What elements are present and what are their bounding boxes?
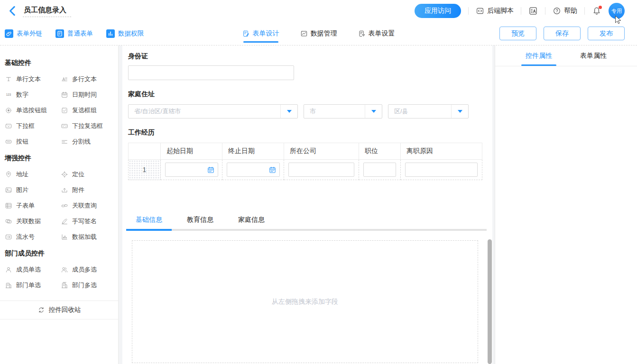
field-work-experience[interactable]: 工作经历 起始日期终止日期所在公司职位离职原因 1 [128, 128, 487, 180]
tab-form-design[interactable]: 表单设计 [242, 22, 279, 45]
avatar[interactable]: 专用 [609, 3, 625, 19]
end-date-cell [222, 160, 284, 180]
sidebar-item-label: 手写签名 [72, 217, 97, 226]
save-button[interactable]: 保存 [544, 27, 581, 40]
widget-recycle-bin[interactable]: 控件回收站 [0, 300, 118, 319]
publish-button[interactable]: 发布 [588, 27, 625, 40]
sidebar-item-image[interactable]: 图片 [5, 182, 61, 198]
dept-single-icon [5, 282, 12, 289]
end-date-picker[interactable] [227, 163, 280, 177]
sidebar-item-dropdown-multi[interactable]: 下拉复选框 [61, 118, 117, 134]
sidebar-item-address[interactable]: 地址 [5, 166, 61, 182]
sidebar-item-locate[interactable]: 定位 [61, 166, 117, 182]
canvas-tab-family-info[interactable]: 家庭信息 [229, 211, 274, 229]
calendar-icon[interactable] [268, 166, 277, 174]
tab-form-settings[interactable]: 表单设置 [358, 22, 395, 45]
sidebar-item-member-multi[interactable]: 成员多选 [61, 262, 117, 277]
separator [468, 7, 469, 15]
city-select[interactable]: 市 [304, 104, 382, 118]
sidebar-item-button[interactable]: 按钮 [5, 134, 61, 149]
sidebar-group: 基础控件单行文本多行文本123数字日期时间单选按钮组复选框组下拉框下拉复选框按钮… [0, 59, 118, 149]
sidebar-item-label: 地址 [16, 170, 28, 179]
position-input[interactable] [363, 163, 396, 177]
app-access-button[interactable]: 应用访问 [415, 4, 461, 18]
row-index-cell[interactable]: 1 [129, 160, 161, 180]
sidebar-item-number[interactable]: 123数字 [5, 87, 61, 102]
subform-column-header: 离职原因 [401, 143, 482, 160]
field-label: 身份证 [128, 52, 487, 61]
company-cell [284, 160, 359, 180]
sidebar-item-member-single[interactable]: 成员单选 [5, 262, 61, 277]
canvas-tab-bar: 基础信息教育信息家庭信息 [126, 211, 487, 231]
recycle-icon [37, 306, 45, 314]
province-select[interactable]: 省/自治区/直辖市 [128, 104, 298, 118]
sidebar-item-subform[interactable]: 子表单 [5, 198, 61, 213]
sidebar-item-divider[interactable]: 分割线 [61, 134, 117, 149]
sidebar-item-checkbox-group[interactable]: 复选框组 [61, 102, 117, 118]
sidebar-item-linked-query[interactable]: 关联查询 [61, 198, 117, 213]
toolbar-item-form-external-link[interactable]: 表单外链 [5, 29, 42, 38]
sidebar-item-datetime[interactable]: 日期时间 [61, 87, 117, 102]
toolbar-tabs: 表单设计数据管理表单设置 [242, 22, 395, 45]
sidebar-group-grid: 成员单选成员多选部门单选部门多选 [5, 262, 118, 293]
canvas-tab-basic-info[interactable]: 基础信息 [126, 211, 172, 229]
sidebar-item-dropdown[interactable]: 下拉框 [5, 118, 61, 134]
dropdown-multi-icon [61, 122, 68, 130]
toolbar-item-normal-form[interactable]: 普通表单 [55, 29, 93, 38]
notification-button[interactable] [592, 6, 601, 16]
address-icon [5, 171, 12, 178]
tab-label: 表单设置 [369, 29, 395, 38]
backend-script-label: 后端脚本 [487, 7, 514, 15]
back-button[interactable] [7, 5, 19, 17]
member-multi-icon [61, 266, 68, 273]
canvas-dropzone[interactable]: 从左侧拖拽来添加字段 [132, 240, 478, 363]
data-load-icon [61, 233, 68, 241]
sidebar-item-linked-data[interactable]: 关联数据 [5, 213, 61, 229]
panel-tab-form-props[interactable]: 表单属性 [566, 46, 621, 66]
sidebar-group-title: 增强控件 [5, 154, 118, 163]
subform-header-row: 起始日期终止日期所在公司职位离职原因 [129, 143, 482, 160]
panel-tab-widget-props[interactable]: 控件属性 [512, 46, 566, 66]
field-id-card[interactable]: 身份证 [128, 52, 487, 80]
sidebar-item-dept-multi[interactable]: 部门多选 [61, 277, 117, 293]
language-icon[interactable] [528, 6, 538, 16]
sidebar-item-multi-line-text[interactable]: 多行文本 [61, 71, 117, 87]
document-icon [55, 29, 64, 38]
sidebar-item-dept-single[interactable]: 部门单选 [5, 277, 61, 293]
sidebar-item-data-load[interactable]: 数据加载 [61, 229, 117, 245]
sidebar-item-label: 日期时间 [72, 91, 97, 99]
canvas-scrollbar[interactable] [488, 239, 492, 364]
help-button[interactable]: 帮助 [553, 7, 577, 15]
calendar-icon[interactable] [207, 166, 215, 174]
sidebar-item-signature[interactable]: 手写签名 [61, 213, 117, 229]
body: 基础控件单行文本多行文本123数字日期时间单选按钮组复选框组下拉框下拉复选框按钮… [0, 46, 637, 364]
sidebar-item-serial-number[interactable]: 流水号 [5, 229, 61, 245]
svg-text:123: 123 [6, 93, 11, 96]
sidebar-item-radio-group[interactable]: 单选按钮组 [5, 102, 61, 118]
toolbar-item-data-permission[interactable]: 数据权限 [106, 29, 144, 38]
start-date-picker[interactable] [165, 163, 218, 177]
subform-icon [5, 202, 12, 209]
tab-data-manage[interactable]: 数据管理 [300, 22, 337, 45]
subform-index-header [129, 143, 161, 160]
select-placeholder: 市 [304, 107, 365, 116]
sidebar-item-single-line-text[interactable]: 单行文本 [5, 71, 61, 87]
district-select[interactable]: 区/县 [388, 104, 469, 118]
sidebar-item-label: 单选按钮组 [16, 106, 47, 115]
linked-data-icon [5, 218, 12, 225]
company-input[interactable] [288, 163, 354, 177]
subform-column-header: 所在公司 [284, 143, 359, 160]
id-card-input[interactable] [128, 65, 294, 80]
sidebar-item-attachment[interactable]: 附件 [61, 182, 117, 198]
start-date-cell [161, 160, 222, 180]
sidebar-group: 部门成员控件成员单选成员多选部门单选部门多选 [0, 249, 118, 293]
page-title[interactable]: 员工信息录入 [23, 5, 71, 17]
canvas-tab-education-info[interactable]: 教育信息 [177, 211, 223, 229]
field-home-address[interactable]: 家庭住址 省/自治区/直辖市 市 区/县 [128, 90, 487, 118]
reason-input[interactable] [405, 163, 478, 177]
sidebar-groups: 基础控件单行文本多行文本123数字日期时间单选按钮组复选框组下拉框下拉复选框按钮… [0, 59, 118, 293]
dropdown-icon [5, 122, 12, 130]
sidebar-item-label: 图片 [16, 186, 28, 194]
backend-script-button[interactable]: 后端脚本 [476, 7, 514, 15]
preview-button[interactable]: 预览 [499, 27, 536, 40]
